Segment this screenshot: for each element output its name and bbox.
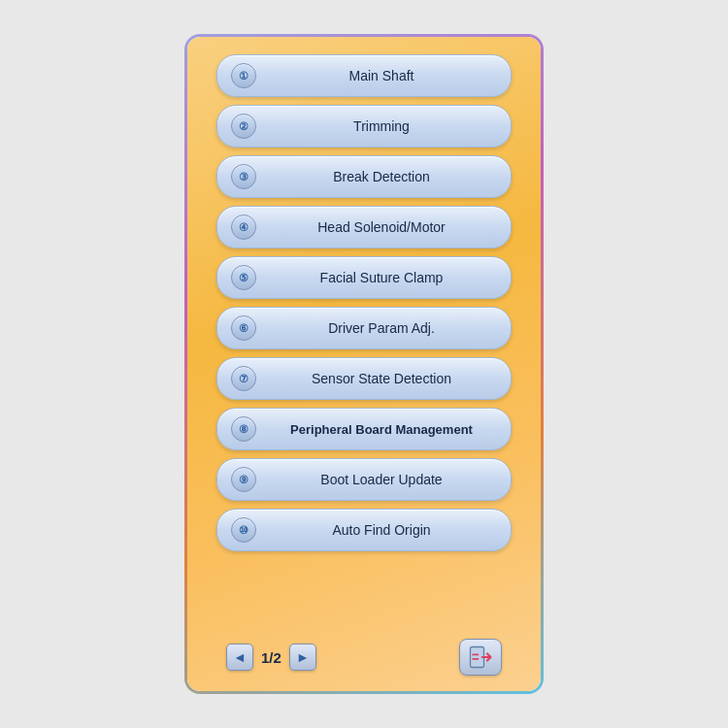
menu-item-label-5: Facial Suture Clamp: [266, 270, 497, 285]
menu-item-1[interactable]: ①Main Shaft: [216, 54, 512, 97]
menu-item-10[interactable]: ⑩Auto Find Origin: [216, 509, 512, 551]
exit-icon: [467, 644, 494, 671]
menu-item-label-1: Main Shaft: [266, 68, 497, 83]
menu-item-number-10: ⑩: [231, 517, 256, 543]
menu-item-number-1: ①: [231, 63, 256, 88]
menu-item-number-9: ⑨: [231, 467, 256, 492]
menu-item-7[interactable]: ⑦Sensor State Detection: [216, 357, 512, 400]
menu-item-6[interactable]: ⑥Driver Param Adj.: [216, 307, 512, 349]
menu-item-8[interactable]: ⑧Peripheral Board Management: [216, 408, 512, 450]
menu-item-number-5: ⑤: [231, 265, 256, 290]
menu-item-number-2: ②: [231, 114, 256, 139]
prev-page-button[interactable]: ◄: [226, 644, 253, 671]
main-panel: ①Main Shaft②Trimming③Break Detection④Hea…: [184, 34, 544, 694]
menu-item-number-4: ④: [231, 215, 256, 240]
menu-item-4[interactable]: ④Head Solenoid/Motor: [216, 206, 512, 248]
exit-button[interactable]: [459, 639, 502, 676]
menu-item-label-10: Auto Find Origin: [266, 522, 497, 538]
menu-item-number-3: ③: [231, 164, 256, 189]
menu-item-number-7: ⑦: [231, 366, 256, 391]
svg-rect-2: [472, 658, 479, 660]
menu-item-5[interactable]: ⑤Facial Suture Clamp: [216, 256, 512, 299]
menu-item-label-2: Trimming: [266, 118, 497, 134]
menu-item-label-9: Boot Loader Update: [266, 472, 497, 487]
menu-item-2[interactable]: ②Trimming: [216, 105, 512, 148]
svg-rect-1: [472, 654, 479, 656]
menu-item-9[interactable]: ⑨Boot Loader Update: [216, 458, 512, 501]
pagination: ◄ 1/2 ►: [226, 644, 316, 671]
next-page-button[interactable]: ►: [289, 644, 316, 671]
menu-item-label-6: Driver Param Adj.: [266, 320, 497, 336]
menu-item-number-6: ⑥: [231, 315, 256, 341]
footer: ◄ 1/2 ►: [216, 631, 512, 681]
menu-item-3[interactable]: ③Break Detection: [216, 155, 512, 198]
menu-list: ①Main Shaft②Trimming③Break Detection④Hea…: [216, 54, 512, 631]
menu-item-label-3: Break Detection: [266, 169, 497, 184]
menu-item-label-7: Sensor State Detection: [266, 371, 497, 386]
panel-content: ①Main Shaft②Trimming③Break Detection④Hea…: [187, 37, 541, 691]
menu-item-label-4: Head Solenoid/Motor: [266, 219, 497, 235]
page-indicator: 1/2: [261, 649, 281, 666]
menu-item-label-8: Peripheral Board Management: [266, 422, 497, 437]
menu-item-number-8: ⑧: [231, 416, 256, 442]
